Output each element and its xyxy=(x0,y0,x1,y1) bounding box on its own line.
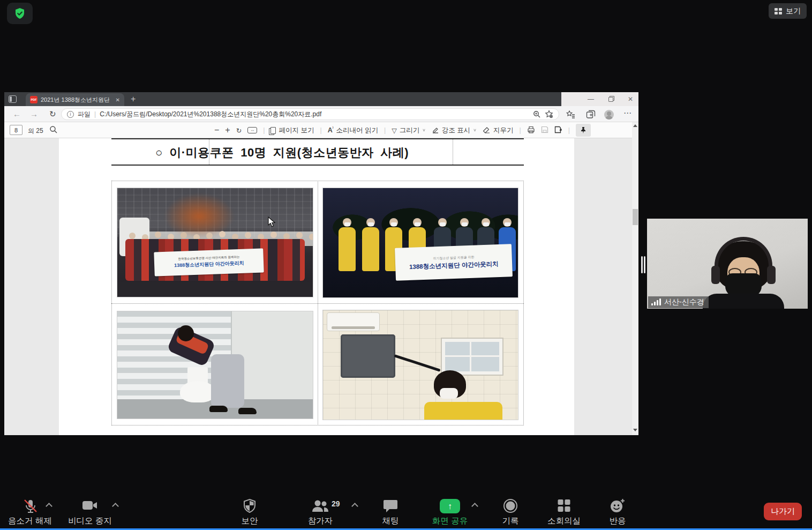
breakout-rooms-label: 소회의실 xyxy=(547,516,581,527)
new-tab-button[interactable]: + xyxy=(131,94,136,104)
participant-name-label: 서산-신수경 xyxy=(648,296,709,308)
signal-bars-icon xyxy=(651,299,661,305)
scroll-down-icon[interactable] xyxy=(633,429,637,431)
photo-bathroom-toilet-inspection xyxy=(117,311,313,419)
mouse-cursor xyxy=(268,217,276,228)
refresh-icon[interactable]: ↻ xyxy=(49,109,56,119)
unmute-button[interactable] xyxy=(22,498,39,517)
record-label: 기록 xyxy=(502,516,519,527)
pdf-file-icon: PDF xyxy=(30,96,37,103)
smiley-plus-icon xyxy=(610,498,626,513)
breakout-rooms-button[interactable] xyxy=(558,499,570,512)
reactions-button[interactable] xyxy=(610,498,626,516)
scrollbar-thumb[interactable] xyxy=(633,209,638,225)
highlighter-icon xyxy=(432,126,439,134)
read-aloud-button[interactable]: A⁾소리내어 읽기 xyxy=(328,126,378,135)
edge-browser-window: PDF 2021년 1388청소년지원단 총회 ✕ + — ✕ ← → ↻ i … xyxy=(4,92,638,435)
microphone-muted-icon xyxy=(22,498,39,514)
participants-count: 29 xyxy=(332,499,340,508)
page-total-label: 의 25 xyxy=(28,126,43,136)
reactions-label: 반응 xyxy=(610,516,626,527)
leave-button[interactable]: 나가기 xyxy=(764,503,802,520)
browser-menu-icon[interactable]: ⋯ xyxy=(623,108,631,118)
browser-tab[interactable]: PDF 2021년 1388청소년지원단 총회 ✕ xyxy=(26,93,124,106)
eraser-icon xyxy=(483,127,491,134)
read-aloud-icon: A⁾ xyxy=(328,126,334,134)
info-icon[interactable]: i xyxy=(67,111,74,118)
unmute-label: 음소거 해제 xyxy=(8,516,52,527)
participants-icon xyxy=(311,498,329,513)
panel-resize-handle[interactable] xyxy=(641,256,643,273)
save-as-icon[interactable] xyxy=(554,126,562,135)
view-button[interactable]: 보기 xyxy=(769,3,807,19)
document-heading: ○ 이·미용쿠폰 10명 지원(청소년동반자 사례) xyxy=(111,141,453,164)
erase-button[interactable]: 지우기 xyxy=(483,126,514,135)
record-button[interactable] xyxy=(503,498,518,516)
tab-actions-menu-icon[interactable] xyxy=(9,95,17,103)
back-icon[interactable]: ← xyxy=(13,109,21,118)
window-close-button[interactable]: ✕ xyxy=(621,92,640,106)
zoom-in-icon[interactable]: + xyxy=(225,125,230,135)
favorite-star-icon[interactable] xyxy=(545,110,553,118)
page-number-input[interactable] xyxy=(10,125,22,135)
print-icon[interactable] xyxy=(527,126,535,135)
pdf-scrollbar[interactable] xyxy=(632,122,638,435)
photo-night-outreach-group-yellow: 위기청소년 발굴 지원을 위한 1388청소년지원단 야간아웃리치 xyxy=(322,188,518,298)
pen-icon: ▽ xyxy=(392,126,397,135)
highlight-button[interactable]: 강조 표시∨ xyxy=(432,126,477,135)
scroll-up-icon[interactable] xyxy=(633,124,637,127)
photo-night-outreach-group-red: 한국청소년보호연맹 서산·태안지회와 함께하는 1388청소년지원단 야간아웃리… xyxy=(117,188,313,297)
participants-chevron[interactable] xyxy=(351,503,358,510)
pdf-search-icon[interactable] xyxy=(49,125,58,136)
stop-video-button[interactable] xyxy=(81,498,99,514)
favorites-hub-icon[interactable] xyxy=(566,110,575,121)
gallery-view-icon xyxy=(775,8,782,14)
window-restore-button[interactable] xyxy=(602,92,620,106)
stop-video-label: 비디오 중지 xyxy=(68,516,112,527)
video-options-chevron[interactable] xyxy=(112,503,119,510)
zoom-out-icon[interactable]: − xyxy=(214,125,219,135)
collections-icon[interactable] xyxy=(586,110,596,121)
photo2-banner: 위기청소년 발굴 지원을 위한 1388청소년지원단 야간아웃리치 xyxy=(395,244,513,281)
fit-to-width-icon[interactable]: ↔ xyxy=(247,127,257,133)
tab-title: 2021년 1388청소년지원단 총회 xyxy=(41,96,109,104)
url-field[interactable]: i 파일 | C:/Users/꿈드림/Desktop/2021년%201388… xyxy=(61,108,559,120)
share-screen-button[interactable]: ↑ xyxy=(440,499,460,513)
participants-label: 참가자 xyxy=(308,516,333,527)
shield-check-icon xyxy=(13,7,26,20)
forward-icon[interactable]: → xyxy=(30,109,38,118)
page-view-button[interactable]: 페이지 보기 xyxy=(270,126,314,135)
pdf-tool-group: − + ↻ ↔ | 페이지 보기 | A⁾소리내어 읽기 | ▽그리기∨ 강조 … xyxy=(214,122,632,138)
pin-icon xyxy=(580,126,587,134)
profile-avatar[interactable] xyxy=(604,110,614,120)
chat-button[interactable] xyxy=(383,498,398,515)
share-screen-label: 화면 공유 xyxy=(432,516,468,527)
share-options-chevron[interactable] xyxy=(471,503,478,510)
mic-options-chevron[interactable] xyxy=(46,503,52,510)
camera-icon xyxy=(81,498,99,512)
tab-close-icon[interactable]: ✕ xyxy=(116,97,120,103)
page-view-icon xyxy=(270,127,276,134)
draw-button[interactable]: ▽그리기∨ xyxy=(392,126,426,135)
window-minimize-button[interactable]: — xyxy=(582,92,600,106)
photo1-banner: 한국청소년보호연맹 서산·태안지회와 함께하는 1388청소년지원단 야간아웃리… xyxy=(154,248,265,276)
meeting-security-badge[interactable] xyxy=(7,3,33,24)
rotate-icon[interactable]: ↻ xyxy=(236,126,242,135)
chat-label: 채팅 xyxy=(382,516,399,527)
zoom-meeting-screen: 보기 PDF 2021년 1388청소년지원단 총회 ✕ + — ✕ ← → ↻… xyxy=(0,0,812,530)
chat-bubble-icon xyxy=(383,498,398,513)
url-file-prefix: 파일 xyxy=(78,110,91,119)
record-circle-icon xyxy=(503,498,518,513)
security-shield-icon xyxy=(242,498,257,513)
participants-button[interactable] xyxy=(311,498,329,516)
breakout-grid-icon xyxy=(558,499,570,512)
participant-video-tile[interactable] xyxy=(647,219,808,309)
share-arrow-icon: ↑ xyxy=(448,502,452,511)
pin-toolbar-button[interactable] xyxy=(576,124,591,137)
view-label: 보기 xyxy=(786,6,801,16)
security-label: 보안 xyxy=(242,516,258,527)
save-icon xyxy=(541,126,548,135)
security-button[interactable] xyxy=(242,498,257,516)
url-text: C:/Users/꿈드림/Desktop/2021년%201388청소년지원단%… xyxy=(100,110,529,119)
zoom-page-icon[interactable] xyxy=(533,110,541,118)
